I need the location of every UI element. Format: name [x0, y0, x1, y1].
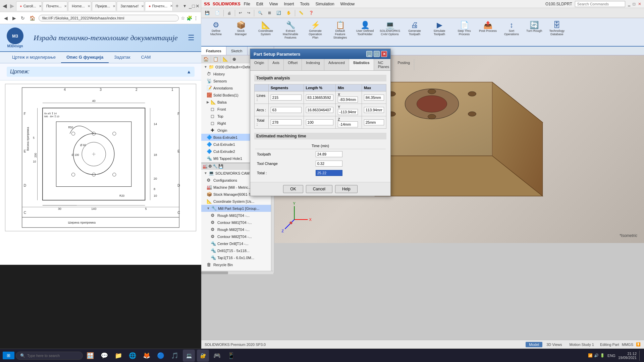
- cam-expand-root[interactable]: ▼: [204, 171, 207, 175]
- ribbon-user-defined[interactable]: 👤 User Defined Tool/Holder: [353, 19, 377, 38]
- toolbar-new[interactable]: 📄: [213, 10, 222, 16]
- toolbar-rotate[interactable]: 🔄: [274, 10, 283, 16]
- motion-tab[interactable]: Motion Study 1: [566, 342, 597, 347]
- ribbon-generate-plan[interactable]: ⚡ Generate Operation Plan: [303, 19, 327, 41]
- ribbon-define-machine[interactable]: ⚙ Define Machine: [204, 19, 228, 38]
- toolbar-undo[interactable]: ↩: [236, 10, 244, 16]
- taskbar-solidworks[interactable]: 💻: [183, 350, 195, 362]
- ribbon-default-features[interactable]: 📋 Default Feature Strategies: [328, 19, 352, 41]
- taskbar-search[interactable]: 🔍: [16, 352, 83, 360]
- nav-item-zadatak[interactable]: Задатак: [109, 52, 136, 63]
- tab-close-2[interactable]: ✕: [88, 4, 90, 8]
- ribbon-sw-options[interactable]: 💻 SOLIDWORKS CAM Options: [378, 19, 402, 38]
- min-lines-input[interactable]: [338, 97, 358, 103]
- toolchange-time-input[interactable]: [316, 161, 342, 167]
- toolbar-fit[interactable]: ⊞: [266, 10, 273, 16]
- collapse-btn[interactable]: ▲: [186, 69, 191, 74]
- cam-hscroll-thumb[interactable]: [201, 272, 228, 274]
- tab-close-5[interactable]: ✕: [170, 4, 173, 8]
- taskbar-icon-sw2[interactable]: 🔐: [197, 350, 209, 362]
- ribbon-extract-features[interactable]: 🔧 Extract Machinable Features: [278, 19, 303, 41]
- cam-expand-mill[interactable]: ▼: [207, 206, 210, 210]
- browser-tab-1[interactable]: Почетн... ✕: [43, 1, 67, 11]
- tree-expand-root[interactable]: ▼: [204, 65, 207, 69]
- ribbon-step-thru[interactable]: 📄 Step Thru Process: [452, 19, 476, 38]
- ribbon-coord-system[interactable]: 📐 Coordinate System: [254, 19, 278, 38]
- dtab-origin[interactable]: Origin: [250, 59, 268, 70]
- ribbon-post-process[interactable]: 📤 Post Process: [477, 19, 499, 34]
- toolpath-time-input[interactable]: [316, 151, 342, 157]
- taskbar-network-icon[interactable]: 📶: [588, 353, 593, 358]
- tab-close-3[interactable]: ✕: [113, 4, 115, 8]
- cam-rough1[interactable]: ⚙ Rough Mill1[T04 -...: [201, 212, 273, 219]
- toolbar-redo[interactable]: ↪: [245, 10, 253, 16]
- browser-tab-5[interactable]: ● Почетн... ✕: [145, 1, 173, 11]
- sw-max-btn[interactable]: □: [633, 2, 635, 6]
- taskbar-sound-icon[interactable]: 🔊: [594, 353, 599, 358]
- minimize-window-btn[interactable]: ⎯: [189, 3, 192, 9]
- menu-insert[interactable]: Insert: [281, 1, 297, 7]
- dtab-offset[interactable]: Offset: [284, 59, 302, 70]
- dialog-restore-btn[interactable]: □: [374, 51, 380, 57]
- cam-panel-icon-1[interactable]: 🏭: [203, 164, 208, 169]
- cam-mill-setup[interactable]: ▼ 🔧 Mill Part Setup1 [Group...: [201, 205, 273, 212]
- toolbar-zoom[interactable]: 🔍: [256, 10, 265, 16]
- taskbar-chrome[interactable]: 🔵: [155, 350, 167, 362]
- tab-close-4[interactable]: ✕: [141, 4, 144, 8]
- tab-back-btn[interactable]: ◀: [1, 3, 8, 9]
- seg-total-input[interactable]: [271, 119, 302, 125]
- settings-icon[interactable]: ⋮: [194, 15, 198, 21]
- sw-close-btn[interactable]: ✕: [638, 2, 641, 6]
- total-time-input[interactable]: [316, 170, 342, 176]
- panel-tab-icon-4[interactable]: ⊕: [230, 55, 238, 63]
- panel-tab-icon-2[interactable]: 📋: [211, 55, 221, 63]
- maximize-window-btn[interactable]: □: [192, 3, 195, 9]
- max-lines-input[interactable]: [364, 95, 384, 101]
- hamburger-menu[interactable]: ☰: [188, 34, 195, 42]
- menu-edit[interactable]: Edit: [254, 1, 266, 7]
- browser-tab-2[interactable]: Home... ✕: [68, 1, 91, 11]
- taskbar-files[interactable]: 📁: [112, 350, 124, 362]
- bookmark-icon[interactable]: ☆: [181, 15, 185, 21]
- cam-hscrollbar[interactable]: [201, 271, 273, 274]
- taskbar-cortana[interactable]: 💬: [98, 350, 110, 362]
- dtab-axis[interactable]: Axis: [268, 59, 284, 70]
- taskbar-firefox[interactable]: 🦊: [141, 350, 153, 362]
- max-arcs-input[interactable]: [364, 107, 384, 113]
- tab-sketch[interactable]: Sketch: [226, 47, 248, 55]
- ribbon-stock-manager[interactable]: 📦 Stock Manager: [229, 19, 253, 38]
- ribbon-sort-ops[interactable]: ↕ Sort Operations: [499, 19, 524, 38]
- help-btn[interactable]: Help: [335, 185, 358, 193]
- toolbar-pan[interactable]: ✋: [284, 10, 293, 16]
- len-lines-input[interactable]: [306, 95, 333, 101]
- dtab-advanced[interactable]: Advanced: [324, 59, 349, 70]
- tree-expand-balsa[interactable]: ▶: [207, 100, 209, 104]
- cam-contour2[interactable]: ⚙ Contour Mill2[T04 -...: [201, 233, 273, 240]
- back-btn[interactable]: ◀: [3, 15, 9, 21]
- cam-rough2[interactable]: ⚙ Rough Mill2[T04 -...: [201, 226, 273, 233]
- model-tab[interactable]: Model: [526, 342, 542, 347]
- cam-panel-icon-3[interactable]: 🔧: [213, 164, 218, 169]
- taskbar-edge[interactable]: 🌐: [126, 350, 139, 362]
- menu-simulation[interactable]: Simulation: [313, 1, 337, 7]
- min-total-input[interactable]: [338, 121, 358, 127]
- forward-btn[interactable]: ▶: [11, 15, 17, 21]
- dialog-minimize-btn[interactable]: ⎯: [366, 51, 372, 57]
- ribbon-tech-db[interactable]: 🗄 Technology Database: [545, 19, 569, 38]
- extensions-icon[interactable]: 🧩: [186, 15, 192, 21]
- len-arcs-input[interactable]: [306, 107, 333, 113]
- 3dviews-tab[interactable]: 3D Views: [543, 342, 565, 347]
- toolbar-print[interactable]: 🖨: [225, 10, 233, 16]
- taskbar-viber[interactable]: 📱: [225, 350, 237, 362]
- cam-tap1[interactable]: 🔩 Tap1[T16 - 6.0x1.0M...: [201, 254, 273, 261]
- ok-btn[interactable]: OK: [283, 185, 303, 193]
- home-btn[interactable]: 🏠: [28, 15, 37, 21]
- len-total-input[interactable]: [306, 119, 333, 125]
- dtab-ncplanes[interactable]: NC Planes: [374, 59, 394, 70]
- sw-min-btn[interactable]: ⎯: [628, 2, 630, 6]
- search-input[interactable]: [27, 354, 77, 358]
- nav-item-cam[interactable]: CAM: [136, 52, 156, 63]
- taskbar-music[interactable]: 🎵: [169, 350, 181, 362]
- browser-tab-4[interactable]: Заглавље! ✕: [117, 1, 144, 11]
- browser-tab-0[interactable]: ● Caroll... ✕: [16, 1, 42, 11]
